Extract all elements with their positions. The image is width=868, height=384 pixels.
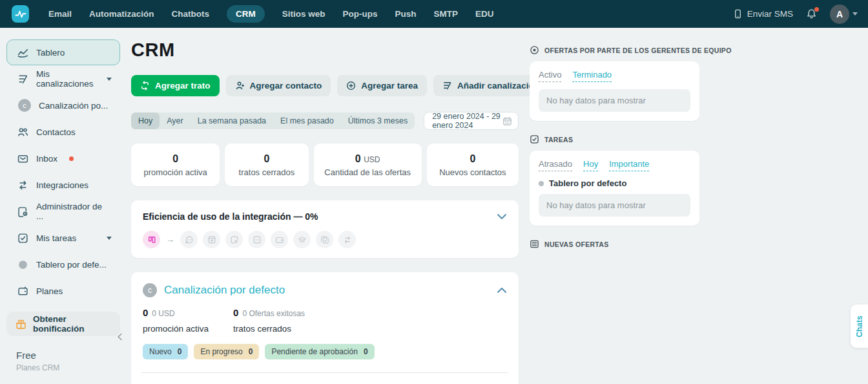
swap-arrows-icon — [17, 180, 28, 191]
sidebar-item-canalizacion-defecto[interactable]: c Canalización po... — [6, 92, 120, 118]
crm-kanban-icon[interactable] — [143, 231, 160, 248]
preset-hoy[interactable]: Hoy — [131, 112, 160, 129]
nav-automatizacion[interactable]: Automatización — [89, 9, 154, 19]
pipeline-stages: Nuevo0 En progreso0 Pendiente de aprobac… — [143, 344, 507, 359]
add-contact-button[interactable]: Agregar contacto — [226, 75, 331, 96]
deal-refresh-plus-icon — [140, 81, 150, 91]
stat-value: 0 — [470, 153, 475, 164]
arrow-right-icon: → — [166, 235, 174, 244]
metric-label: promoción activa — [143, 324, 209, 334]
sidebar-item-administrador[interactable]: Administrador de ... — [6, 198, 120, 224]
browser-cursor-integration-icon[interactable] — [225, 231, 243, 248]
sidebar-item-planes[interactable]: Planes — [6, 278, 120, 304]
chevron-down-icon — [852, 12, 858, 16]
nav-chatbots[interactable]: Chatbots — [172, 9, 210, 19]
offers-card: Activo Terminado No hay datos para mostr… — [530, 61, 699, 121]
metric-extra: 0 USD — [152, 309, 174, 318]
add-deal-label: Agregar trato — [155, 81, 211, 91]
gift-icon — [16, 319, 26, 330]
sidebar-item-contactos[interactable]: Contactos — [6, 119, 120, 145]
date-range-input[interactable]: 29 enero 2024 - 29 enero 2024 — [424, 112, 519, 130]
app-logo[interactable] — [12, 5, 29, 23]
offers-section-header: OFERTAS POR PARTE DE LOS GERENTES DE EQU… — [530, 45, 699, 55]
calendar-icon — [502, 116, 512, 126]
sidebar-item-tablero-defecto[interactable]: Tablero por defe... — [6, 251, 120, 277]
pipeline-title-link[interactable]: Canalización por defecto — [164, 284, 285, 297]
main-column: CRM Agregar trato Agregar contacto — [131, 28, 519, 384]
nav-popups[interactable]: Pop-ups — [343, 9, 378, 19]
contacts-icon — [17, 127, 28, 138]
notification-badge — [814, 7, 819, 12]
sidebar-item-tablero[interactable]: Tablero — [6, 39, 120, 65]
notifications-button[interactable] — [806, 8, 817, 19]
stage-badge-en-progreso[interactable]: En progreso0 — [194, 344, 259, 359]
send-sms-button[interactable]: Enviar SMS — [733, 9, 793, 19]
pipeline-avatar: c — [143, 283, 157, 297]
plan-sub[interactable]: Planes CRM — [16, 363, 59, 372]
stage-label: Nuevo — [149, 347, 172, 356]
chat-integration-icon[interactable] — [180, 231, 198, 248]
chevron-down-icon[interactable] — [497, 213, 507, 220]
sidebar-item-label: Tablero — [36, 48, 65, 58]
add-task-button[interactable]: Agregar tarea — [337, 75, 427, 96]
plan-name: Free — [16, 350, 59, 361]
copy-check-integration-icon[interactable] — [316, 231, 333, 248]
chevron-up-icon[interactable] — [497, 287, 507, 293]
tasks-board-label: Tablero por defecto — [549, 178, 626, 188]
target-icon — [530, 45, 539, 55]
person-plus-icon — [235, 81, 245, 91]
add-deal-button[interactable]: Agregar trato — [131, 75, 220, 96]
tab-activo[interactable]: Activo — [539, 70, 561, 82]
phone-icon — [733, 9, 743, 19]
nav-push[interactable]: Push — [395, 9, 417, 19]
stage-badge-nuevo[interactable]: Nuevo0 — [143, 344, 188, 359]
sidebar-item-mis-canalizaciones[interactable]: Mis canalizaciones — [6, 66, 120, 92]
stat-label: Cantidad de las ofertas — [324, 167, 411, 177]
nav-sitios-web[interactable]: Sitios web — [282, 9, 326, 19]
right-panel: OFERTAS POR PARTE DE LOS GERENTES DE EQU… — [530, 28, 699, 384]
sidebar-collapse-button[interactable] — [114, 330, 125, 343]
sidebar-item-integraciones[interactable]: Integraciones — [6, 172, 120, 198]
preset-3-meses[interactable]: Últimos 3 meses — [341, 112, 415, 129]
sidebar-item-mis-tareas[interactable]: Mis tareas — [6, 225, 120, 251]
account-menu[interactable]: A — [830, 5, 858, 24]
funnel-icon — [17, 74, 28, 85]
wallet-integration-icon[interactable] — [271, 231, 288, 248]
tab-importante[interactable]: Importante — [609, 159, 649, 171]
add-task-label: Agregar tarea — [361, 81, 418, 91]
sidebar-item-label: Tablero por defe... — [36, 260, 107, 270]
card-dots-integration-icon[interactable] — [248, 231, 265, 248]
calendar-plus-integration-icon[interactable] — [203, 231, 220, 248]
tab-hoy[interactable]: Hoy — [583, 159, 598, 171]
stage-count: 0 — [364, 347, 368, 356]
offers-section-title: OFERTAS POR PARTE DE LOS GERENTES DE EQU… — [544, 47, 732, 54]
bonus-button[interactable]: Obtener bonificación — [6, 312, 120, 336]
stage-count: 0 — [249, 347, 253, 356]
preset-mes-pasado[interactable]: El mes pasado — [273, 112, 341, 129]
preset-semana-pasada[interactable]: La semana pasada — [191, 112, 273, 129]
check-square-icon — [530, 134, 539, 144]
stat-value: 0 — [172, 153, 178, 164]
sidebar-item-label: Administrador de ... — [36, 202, 112, 221]
pulse-icon — [15, 8, 26, 20]
tab-atrasado[interactable]: Atrasado — [539, 159, 572, 171]
nav-email[interactable]: Email — [48, 9, 72, 19]
metric-extra: 0 Ofertas exitosas — [242, 309, 305, 318]
nav-smtp[interactable]: SMTP — [434, 9, 459, 19]
tab-terminado[interactable]: Terminado — [572, 70, 612, 82]
sync-integration-icon[interactable] — [338, 231, 356, 248]
chats-tab[interactable]: Chats — [851, 304, 868, 348]
nav-edu[interactable]: EDU — [475, 9, 494, 19]
preset-ayer[interactable]: Ayer — [160, 112, 190, 129]
stat-label: tratos cerrados — [239, 167, 295, 177]
date-range-value: 29 enero 2024 - 29 enero 2024 — [432, 112, 502, 130]
sidebar: Tablero Mis canalizaciones c Canalizació… — [0, 28, 127, 384]
chart-line-icon — [17, 47, 28, 58]
nav-crm[interactable]: CRM — [227, 5, 265, 23]
sidebar-item-inbox[interactable]: Inbox — [6, 145, 120, 171]
graduation-cap-integration-icon[interactable] — [293, 231, 311, 248]
stage-badge-pendiente[interactable]: Pendiente de aprobación0 — [265, 344, 374, 359]
sidebar-item-label: Planes — [36, 286, 63, 296]
stage-count: 0 — [178, 347, 182, 356]
action-toolbar: Agregar trato Agregar contacto Agregar t… — [131, 75, 519, 96]
